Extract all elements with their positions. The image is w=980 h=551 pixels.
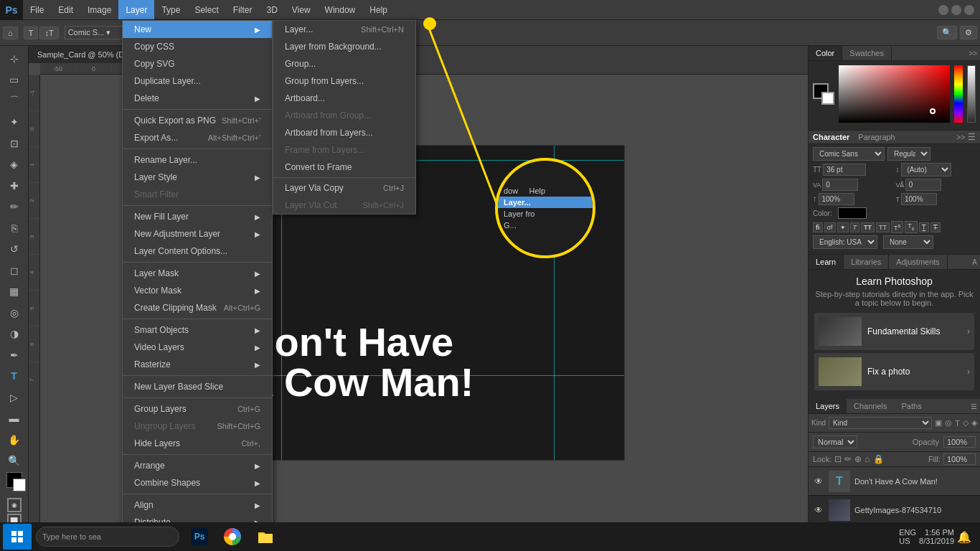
- layers-panel-menu[interactable]: ☰: [971, 402, 977, 410]
- tool-clone[interactable]: ⎘: [4, 218, 25, 238]
- char-subscript[interactable]: Ts: [905, 221, 917, 233]
- lock-position-icon[interactable]: ⊕: [854, 454, 862, 464]
- menu-edit[interactable]: Edit: [51, 0, 80, 19]
- menu-new-adj-layer[interactable]: New Adjustment Layer ▶: [123, 225, 272, 242]
- text-color-picker[interactable]: [838, 207, 867, 219]
- start-button[interactable]: [3, 524, 32, 550]
- char-bold[interactable]: fi: [813, 222, 823, 232]
- char-smallcaps[interactable]: TT: [876, 222, 890, 232]
- menu-layer-mask[interactable]: Layer Mask ▶: [123, 265, 272, 282]
- taskbar-explorer[interactable]: [250, 524, 281, 550]
- char-allcaps[interactable]: TT: [861, 222, 875, 232]
- char-font-style[interactable]: Regular: [887, 147, 930, 161]
- taskbar-ps[interactable]: Ps: [184, 524, 215, 550]
- color-spectrum[interactable]: [839, 65, 950, 123]
- tool-pen[interactable]: ✒: [4, 345, 25, 365]
- char-panel-expand[interactable]: >>: [956, 133, 965, 141]
- lock-pixels-icon[interactable]: ✏: [844, 454, 852, 464]
- lock-all-icon[interactable]: 🔒: [873, 454, 884, 464]
- menu-layer-content[interactable]: Layer Content Options...: [123, 242, 272, 260]
- menu-type[interactable]: Type: [154, 0, 187, 19]
- tab-swatches[interactable]: Swatches: [842, 46, 892, 60]
- submenu-artboard-from-layers[interactable]: Artboard from Layers...: [273, 124, 415, 141]
- tool-hand[interactable]: ✋: [4, 430, 25, 450]
- char-vertical-scale[interactable]: [819, 193, 854, 205]
- menu-copy-svg[interactable]: Copy SVG: [123, 55, 272, 72]
- tool-dodge[interactable]: ◑: [4, 324, 25, 344]
- menu-help[interactable]: Help: [362, 0, 395, 19]
- lock-transparent-icon[interactable]: ⊡: [834, 454, 842, 464]
- tab-channels[interactable]: Channels: [847, 399, 894, 413]
- submenu-group-from-layers[interactable]: Group from Layers...: [273, 72, 415, 90]
- tool-zoom[interactable]: 🔍: [4, 451, 25, 471]
- layer-item-text[interactable]: 👁 T Don't Have A Cow Man!: [809, 467, 980, 496]
- tool-eraser[interactable]: ◻: [4, 260, 25, 281]
- layers-kind-filter[interactable]: Kind: [829, 417, 932, 429]
- notification-icon[interactable]: 🔔: [957, 530, 971, 544]
- char-underline[interactable]: T̲: [919, 222, 929, 232]
- lock-artboards-icon[interactable]: ⌂: [864, 454, 870, 464]
- menu-new[interactable]: New ▶: [123, 21, 272, 38]
- menu-copy-css[interactable]: Copy CSS: [123, 38, 272, 55]
- tool-history[interactable]: ↺: [4, 240, 25, 260]
- tool-heal[interactable]: ✚: [4, 176, 25, 196]
- menu-quick-export[interactable]: Quick Export as PNG Shift+Ctrl+': [123, 112, 272, 129]
- filter-text-icon[interactable]: T: [955, 419, 960, 428]
- menu-filter[interactable]: Filter: [226, 0, 260, 19]
- char-superscript[interactable]: Ts: [891, 221, 903, 233]
- filter-shape-icon[interactable]: ◇: [963, 418, 969, 428]
- learn-card-fix-photo[interactable]: Fix a photo ›: [814, 353, 974, 390]
- tab-learn[interactable]: Learn: [809, 255, 844, 269]
- layer-item-image[interactable]: 👁 GettyImages-874534710: [809, 496, 980, 524]
- menu-layer[interactable]: Layer: [118, 0, 154, 19]
- opacity-input[interactable]: [943, 436, 976, 448]
- char-kerning[interactable]: [822, 179, 858, 191]
- tool-path-select[interactable]: ▷: [4, 387, 25, 408]
- char-ligature[interactable]: σf: [824, 222, 836, 232]
- filter-pixel-icon[interactable]: ▣: [935, 418, 942, 428]
- char-font-size[interactable]: [823, 164, 866, 176]
- tool-blur[interactable]: ◎: [4, 303, 25, 323]
- menu-3d[interactable]: 3D: [259, 0, 284, 19]
- menu-vector-mask[interactable]: Vector Mask ▶: [123, 282, 272, 299]
- tab-paths[interactable]: Paths: [895, 399, 929, 413]
- filter-smart-icon[interactable]: ◈: [971, 418, 977, 428]
- submenu-layer-via-copy[interactable]: Layer Via Copy Ctrl+J: [273, 179, 415, 197]
- char-horizontal-scale[interactable]: [901, 193, 937, 205]
- tool-magic-wand[interactable]: ✦: [4, 113, 25, 133]
- char-tracking[interactable]: [905, 179, 941, 191]
- menu-align[interactable]: Align ▶: [123, 496, 272, 514]
- blend-mode-select[interactable]: Normal: [813, 435, 857, 448]
- menu-clipping-mask[interactable]: Create Clipping Mask Alt+Ctrl+G: [123, 299, 272, 316]
- menu-export-as[interactable]: Export As... Alt+Shift+Ctrl+': [123, 129, 272, 146]
- menu-duplicate-layer[interactable]: Duplicate Layer...: [123, 72, 272, 90]
- search-btn[interactable]: 🔍: [937, 26, 957, 39]
- close-btn[interactable]: [964, 5, 974, 15]
- char-oldstyle[interactable]: ✦: [837, 222, 849, 232]
- char-language[interactable]: English: USA: [813, 235, 877, 249]
- char-strikethrough[interactable]: T̶: [930, 222, 941, 232]
- char-panel-menu[interactable]: ☰: [968, 132, 976, 142]
- menu-layer-style[interactable]: Layer Style ▶: [123, 169, 272, 186]
- menu-delete[interactable]: Delete ▶: [123, 90, 272, 107]
- menu-hide-layers[interactable]: Hide Layers Ctrl+,: [123, 435, 272, 452]
- menu-smart-objects[interactable]: Smart Objects ▶: [123, 321, 272, 339]
- menu-new-layer-based-slice[interactable]: New Layer Based Slice: [123, 378, 272, 395]
- tool-eyedropper[interactable]: ◈: [4, 155, 25, 175]
- tool-brush[interactable]: ✏: [4, 197, 25, 217]
- menu-rename-layer[interactable]: Rename Layer...: [123, 151, 272, 169]
- tab-color[interactable]: Color: [809, 46, 842, 60]
- menu-video-layers[interactable]: Video Layers ▶: [123, 339, 272, 356]
- menu-combine-shapes[interactable]: Combine Shapes ▶: [123, 474, 272, 491]
- submenu-layer[interactable]: Layer... Shift+Ctrl+N: [273, 21, 415, 38]
- paragraph-tab[interactable]: Paragraph: [858, 133, 895, 141]
- menu-image[interactable]: Image: [80, 0, 118, 19]
- tool-text-rotate[interactable]: ↕T: [39, 27, 58, 39]
- char-italic[interactable]: T: [850, 222, 860, 232]
- taskbar-search-box[interactable]: Type here to sea: [36, 527, 179, 547]
- char-antialiasing[interactable]: None: [883, 235, 933, 249]
- learn-card-fundamentals[interactable]: Fundamental Skills ›: [814, 313, 974, 350]
- foreground-color[interactable]: [6, 472, 22, 488]
- minimize-btn[interactable]: [938, 5, 948, 15]
- color-panel-menu[interactable]: >>: [969, 50, 977, 57]
